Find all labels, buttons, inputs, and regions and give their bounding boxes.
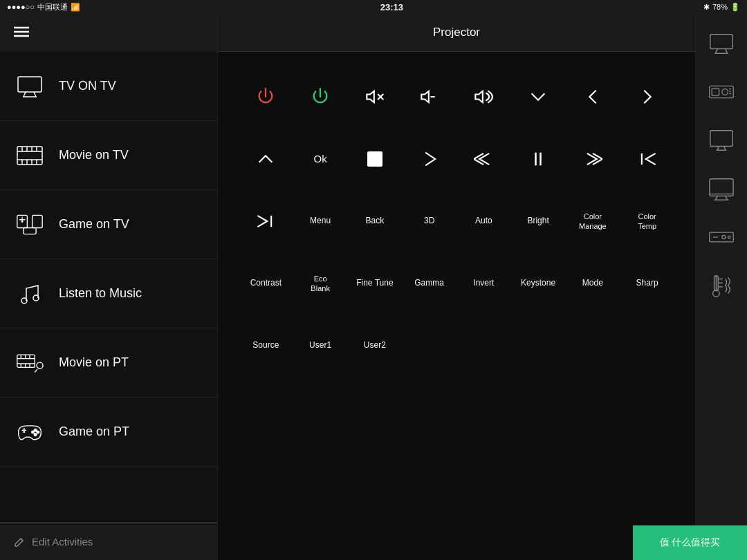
contrast-button[interactable]: Contrast xyxy=(239,259,293,308)
svg-line-4 xyxy=(24,92,26,97)
center-content: Projector xyxy=(218,14,695,560)
empty-4 xyxy=(566,321,620,370)
nav-left-button[interactable] xyxy=(566,73,620,121)
nav-up-button[interactable] xyxy=(239,135,293,183)
right-item-device2[interactable] xyxy=(699,214,744,259)
color-manage-button[interactable]: Color Manage xyxy=(566,197,620,245)
sidebar-item-movie-on-tv[interactable]: Movie on TV xyxy=(0,121,217,190)
sidebar-label-listen-music: Listen to Music xyxy=(59,286,142,301)
sidebar-header xyxy=(0,14,217,52)
svg-point-76 xyxy=(722,235,726,239)
svg-rect-19 xyxy=(23,227,35,234)
svg-point-77 xyxy=(728,236,730,238)
remote-row-4: Contrast Eco Blank Fine Tune Gamma Inver… xyxy=(239,252,674,315)
sidebar-item-game-on-tv[interactable]: Game on TV xyxy=(0,190,217,259)
nav-right-button[interactable] xyxy=(620,73,674,121)
svg-line-70 xyxy=(715,196,717,200)
auto-button[interactable]: Auto xyxy=(456,197,511,245)
center-title: Projector xyxy=(433,26,480,39)
watermark-label: 值 什么值得买 xyxy=(660,536,721,549)
sidebar-footer[interactable]: Edit Activities xyxy=(0,522,217,560)
movie-icon xyxy=(14,140,45,171)
svg-rect-7 xyxy=(17,147,42,165)
color-temp-label: Color Temp xyxy=(638,212,656,232)
right-item-thermo[interactable] xyxy=(699,263,744,308)
user2-button[interactable]: User2 xyxy=(348,321,403,370)
empty-1 xyxy=(402,321,456,370)
invert-button[interactable]: Invert xyxy=(456,259,511,308)
menu-button[interactable]: Menu xyxy=(293,197,348,245)
rewind-button[interactable] xyxy=(456,135,511,183)
keystone-button[interactable]: Keystone xyxy=(511,259,566,308)
power-off-button[interactable] xyxy=(239,73,293,121)
right-item-receiver[interactable] xyxy=(699,69,744,114)
fine-tune-label: Fine Tune xyxy=(356,278,393,289)
auto-label: Auto xyxy=(475,216,492,227)
music-icon xyxy=(14,278,45,309)
svg-line-36 xyxy=(35,369,37,373)
sidebar-item-tv-on-tv[interactable]: TV ON TV xyxy=(0,52,217,121)
power-on-button[interactable] xyxy=(293,73,348,121)
svg-rect-20 xyxy=(32,215,42,227)
source-button[interactable]: Source xyxy=(239,321,293,370)
hamburger-menu[interactable] xyxy=(14,25,29,41)
gamma-label: Gamma xyxy=(414,278,444,289)
invert-label: Invert xyxy=(473,278,494,289)
vol-down-button[interactable] xyxy=(402,73,456,121)
svg-point-61 xyxy=(722,88,728,95)
stop-icon xyxy=(367,151,382,167)
mode-button[interactable]: Mode xyxy=(566,259,620,308)
battery-icon: 🔋 xyxy=(730,3,740,12)
sidebar-item-movie-on-pt[interactable]: Movie on PT xyxy=(0,328,217,398)
right-item-tv-sm[interactable] xyxy=(699,21,744,66)
svg-line-57 xyxy=(726,48,728,53)
svg-rect-55 xyxy=(710,34,732,48)
sidebar-label-movie-on-pt: Movie on PT xyxy=(59,355,129,370)
pause-button[interactable] xyxy=(511,135,566,183)
svg-rect-26 xyxy=(17,355,34,367)
play-button[interactable] xyxy=(402,135,456,183)
3d-button[interactable]: 3D xyxy=(402,197,456,245)
vol-up-button[interactable] xyxy=(456,73,511,121)
sharp-button[interactable]: Sharp xyxy=(620,259,674,308)
svg-marker-50 xyxy=(476,91,483,102)
fast-forward-button[interactable] xyxy=(566,135,620,183)
empty-3 xyxy=(511,321,566,370)
sidebar-items: TV ON TV xyxy=(0,52,217,522)
3d-label: 3D xyxy=(424,216,434,227)
ok-button[interactable]: Ok xyxy=(293,135,348,183)
bluetooth-icon: ✱ xyxy=(703,3,710,12)
skip-back-button[interactable] xyxy=(620,135,674,183)
game-icon xyxy=(14,209,45,240)
eco-blank-button[interactable]: Eco Blank xyxy=(293,259,348,308)
sidebar-item-game-on-pt[interactable]: Game on PT xyxy=(0,398,217,467)
bright-button[interactable]: Bright xyxy=(511,197,566,245)
sidebar-item-listen-music[interactable]: Listen to Music xyxy=(0,259,217,328)
remote-grid: Ok xyxy=(218,52,695,560)
svg-point-35 xyxy=(37,362,43,368)
empty-2 xyxy=(456,321,511,370)
source-label: Source xyxy=(252,340,279,351)
skip-forward-button[interactable] xyxy=(239,197,293,245)
gamma-button[interactable]: Gamma xyxy=(402,259,456,308)
left-sidebar: TV ON TV xyxy=(0,14,218,560)
mute-button[interactable] xyxy=(348,73,403,121)
color-temp-button[interactable]: Color Temp xyxy=(620,197,674,245)
stop-button[interactable] xyxy=(348,135,403,183)
right-item-monitor[interactable] xyxy=(699,118,744,162)
sidebar-label-movie-on-tv: Movie on TV xyxy=(59,148,129,162)
nav-down-button[interactable] xyxy=(511,73,566,121)
svg-rect-59 xyxy=(710,86,734,97)
sidebar-label-game-on-tv: Game on TV xyxy=(59,217,129,232)
svg-point-43 xyxy=(37,431,39,433)
svg-rect-69 xyxy=(710,178,733,196)
right-item-big-tv[interactable] xyxy=(699,166,744,211)
back-button[interactable]: Back xyxy=(348,197,403,245)
movie-pt-icon xyxy=(14,347,45,378)
user1-button[interactable]: User1 xyxy=(293,321,348,370)
contrast-label: Contrast xyxy=(250,278,282,289)
sidebar-label-tv-on-tv: TV ON TV xyxy=(59,79,116,93)
fine-tune-button[interactable]: Fine Tune xyxy=(348,259,403,308)
svg-point-42 xyxy=(31,431,34,433)
back-label: Back xyxy=(366,216,385,227)
